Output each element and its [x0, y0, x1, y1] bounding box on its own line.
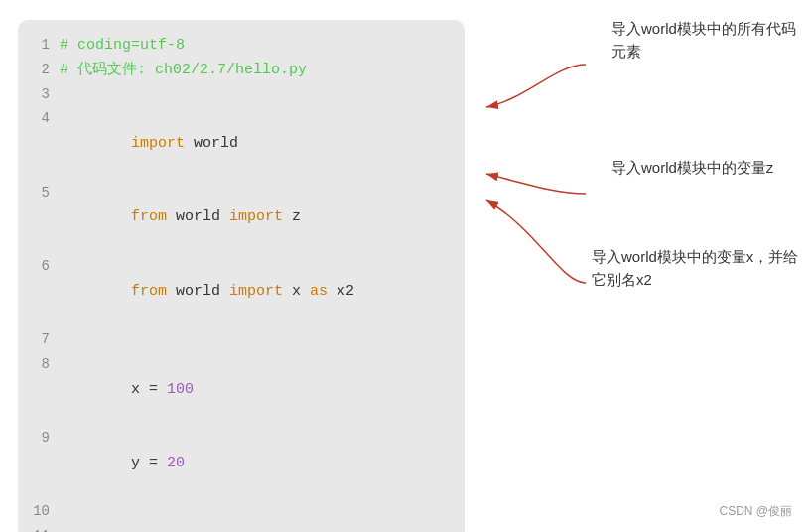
code-content-6: from world import x as x2 [60, 255, 449, 329]
line-num-10: 10 [26, 500, 50, 523]
code-content-5: from world import z [60, 182, 449, 255]
watermark: CSDN @俊丽 [719, 503, 792, 520]
line-num-1: 1 [26, 34, 50, 57]
code-content-8: x = 100 [60, 353, 449, 427]
code-content-1: # coding=utf-8 [60, 34, 449, 59]
main-container: 1 # coding=utf-8 2 # 代码文件: ch02/2.7/hell… [0, 0, 810, 532]
code-line-2: 2 # 代码文件: ch02/2.7/hello.py [26, 59, 449, 83]
code-line-4: 4 import world [26, 107, 449, 181]
code-line-1: 1 # coding=utf-8 [26, 34, 449, 59]
code-line-6: 6 from world import x as x2 [26, 255, 449, 329]
code-line-8: 8 x = 100 [26, 353, 449, 427]
code-line-10: 10 [26, 500, 449, 525]
code-content-4: import world [60, 107, 449, 181]
code-block: 1 # coding=utf-8 2 # 代码文件: ch02/2.7/hell… [18, 20, 465, 532]
code-line-3: 3 [26, 83, 449, 108]
code-line-7: 7 [26, 329, 449, 353]
number-20: 20 [167, 455, 185, 471]
line-num-9: 9 [26, 427, 50, 450]
code-content-9: y = 20 [60, 427, 449, 500]
keyword-import-3: import [229, 283, 283, 300]
line-num-5: 5 [26, 182, 50, 204]
code-line-5: 5 from world import z [26, 182, 449, 255]
line-num-11: 11 [26, 525, 50, 532]
keyword-from: from [131, 208, 167, 225]
code-content-2: # 代码文件: ch02/2.7/hello.py [60, 59, 449, 83]
code-line-11: 11 print(y) # 访问当前模块变量y [26, 525, 449, 532]
code-content-10 [60, 500, 449, 525]
line-num-3: 3 [26, 83, 50, 106]
keyword-from-2: from [131, 283, 167, 300]
code-content-7 [60, 329, 449, 353]
line-num-4: 4 [26, 107, 50, 130]
annotation-2: 导入world模块中的变量z [611, 157, 810, 180]
line-num-6: 6 [26, 255, 50, 278]
keyword-as: as [310, 283, 328, 300]
keyword-import-2: import [229, 208, 283, 225]
line-num-2: 2 [26, 59, 50, 81]
code-content-3 [60, 83, 449, 108]
line-num-8: 8 [26, 353, 50, 376]
annotation-3: 导入world模块中的变量x，并给它别名x2 [592, 246, 810, 291]
code-content-11: print(y) # 访问当前模块变量y [60, 525, 449, 532]
number-100: 100 [167, 381, 194, 398]
keyword-import: import [131, 135, 185, 152]
line-num-7: 7 [26, 329, 50, 351]
annotation-1: 导入world模块中的所有代码元素 [611, 18, 810, 63]
code-line-9: 9 y = 20 [26, 427, 449, 500]
